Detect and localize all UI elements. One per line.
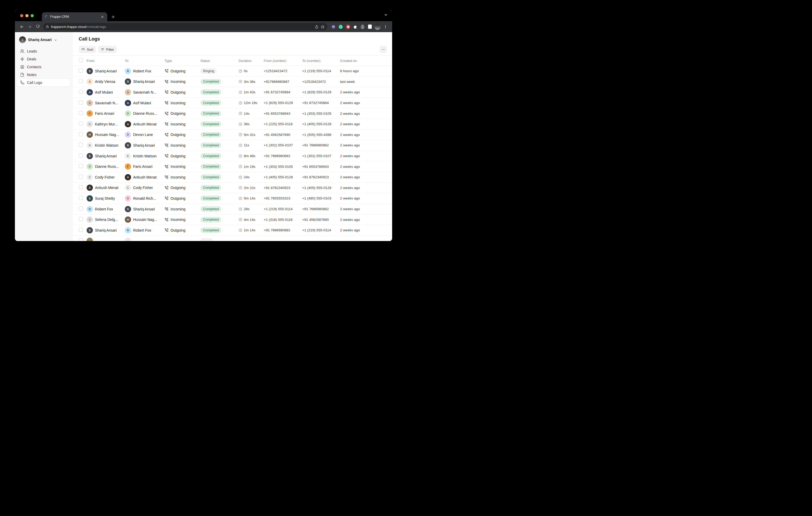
adblock-extension-icon[interactable] [345,23,351,30]
column-header: Type [165,59,200,63]
new-tab-button[interactable] [109,13,117,20]
table-row[interactable]: AAnkush MenatCCody FisherOutgoingComplet… [72,183,392,193]
row-checkbox[interactable] [79,79,83,83]
row-checkbox[interactable] [79,217,83,221]
row-checkbox[interactable] [79,175,83,179]
call-type-label: Incoming [171,175,185,179]
table-row[interactable]: AAndy ViessaSShariq AnsariIncomingComple… [72,77,392,87]
call-type: Outgoing [165,90,200,94]
to-name: Faris Ansari [133,164,152,169]
share-icon[interactable] [315,25,319,29]
duration-cell: 1m 43s [239,90,264,94]
call-type: Incoming [165,175,200,179]
filter-button[interactable]: Filter [98,46,117,53]
column-header: Status [200,59,239,63]
table-row[interactable]: AAsif MulaniSSavannah N...OutgoingComple… [72,87,392,98]
table-row[interactable]: SSelena Delg...HHussain Nag...IncomingCo… [72,214,392,225]
table-row[interactable]: SSavannah N...AAsif MulaniIncomingComple… [72,98,392,109]
from-name: Kristin Watson [95,143,118,147]
row-checkbox[interactable] [79,185,83,189]
from-name: Suraj Shetty [95,196,115,201]
avatar: D [125,110,131,117]
table-row[interactable]: SShariq AnsariRRobert FoxOutgoingComplet… [72,225,392,236]
sidebar-item-notes[interactable]: Notes [17,71,70,79]
row-checkbox[interactable] [79,164,83,168]
kebab-menu-icon[interactable] [382,23,389,30]
avatar: K [87,121,93,127]
status-badge: Completed [200,164,221,170]
close-window-button[interactable] [20,14,23,17]
zoom-window-button[interactable] [31,14,34,17]
table-row[interactable]: DDianne Russ...FFaris AnsariIncomingComp… [72,161,392,172]
reading-mode-icon[interactable] [367,23,373,30]
row-checkbox[interactable] [79,153,83,158]
leaf-bolt-extension-icon[interactable] [359,23,366,30]
row-checkbox[interactable] [79,207,83,211]
created-on: 2 weeks ago [340,112,392,116]
created-on: 8 hours ago [340,69,392,73]
from-person [87,238,125,241]
row-checkbox[interactable] [79,68,83,73]
from-name: Shariq Ansari [95,228,117,232]
row-checkbox[interactable] [79,122,83,126]
row-checkbox[interactable] [79,90,83,94]
tab-overflow-chevron-down-icon[interactable] [384,13,388,17]
row-checkbox[interactable] [79,238,83,241]
table-row[interactable]: FFaris AnsariDDianne Russ...OutgoingComp… [72,108,392,119]
table-row[interactable]: KKathryn Mur...AAnkush MenatIncomingComp… [72,119,392,130]
address-bar[interactable]: frappecrm.frappe.cloud/crm/call-logs [43,23,327,30]
status-badge: Completed [200,174,221,180]
call-type: Incoming [165,217,200,222]
close-icon[interactable] [100,14,105,19]
avatar: A [125,121,131,127]
avatar: D [87,163,93,170]
from-name: Kathryn Mur... [95,122,118,126]
sidebar-item-contacts[interactable]: Contacts [17,63,70,71]
table-row[interactable]: HHussain Nag...DDevon LaneOutgoingComple… [72,130,392,140]
browser-tab[interactable]: Frappe CRM [42,12,107,21]
from-number: +91 7666980882 [264,228,302,232]
sidebar-item-call-logs[interactable]: Call Logs [17,79,70,87]
sort-button[interactable]: Sort [79,46,96,53]
table-row[interactable]: SShariq AnsariRRobert FoxOutgoingRinging… [72,66,392,77]
row-checkbox[interactable] [79,196,83,200]
table-row[interactable]: KKristin WatsonSShariq AnsariIncomingCom… [72,140,392,151]
forward-icon[interactable] [26,23,33,30]
avatar: R [125,195,131,202]
row-checkbox[interactable] [79,132,83,136]
sidebar-item-leads[interactable]: Leads [17,47,70,55]
call-type-label: Incoming [171,164,185,169]
table-row[interactable]: SSuraj ShettyRRonald Rich...OutgoingComp… [72,193,392,204]
table-row[interactable]: CCody FisherAAnkush MenatIncomingComplet… [72,172,392,183]
table-row-partial[interactable] [72,236,392,241]
phone-outgoing-icon [165,186,169,190]
row-checkbox[interactable] [79,228,83,232]
duration-value: 8m 48s [244,154,255,158]
github-extension-icon[interactable] [330,23,337,30]
more-options-button[interactable] [380,46,387,53]
clock-icon [239,80,242,83]
profile-avatar[interactable] [374,24,381,30]
row-checkbox[interactable] [79,100,83,104]
row-checkbox[interactable] [79,111,83,115]
user-dropdown[interactable]: S Shariq Ansari [17,36,70,43]
bookmark-star-icon[interactable] [321,25,325,29]
grammarly-extension-icon[interactable] [337,23,344,30]
extensions-puzzle-icon[interactable] [352,23,359,30]
lock-icon[interactable] [46,25,49,28]
to-person: AAnkush Menat [125,121,165,127]
from-person: FFaris Ansari [87,110,125,117]
row-checkbox[interactable] [79,143,83,147]
reload-icon[interactable] [34,23,41,30]
sidebar-item-deals[interactable]: Deals [17,55,70,63]
table-row[interactable]: RRobert FoxSShariq AnsariIncomingComplet… [72,204,392,215]
clock-icon [239,229,242,232]
to-number: +91 7666980882 [302,143,340,147]
to-person: RRobert Fox [125,68,165,74]
minimize-window-button[interactable] [25,14,29,17]
table-row[interactable]: SShariq AnsariKKristin WatsonOutgoingCom… [72,151,392,161]
back-icon[interactable] [18,23,25,30]
status-badge: Completed [200,79,221,85]
select-all-checkbox[interactable] [79,58,83,62]
frappe-logo-icon [45,15,48,19]
